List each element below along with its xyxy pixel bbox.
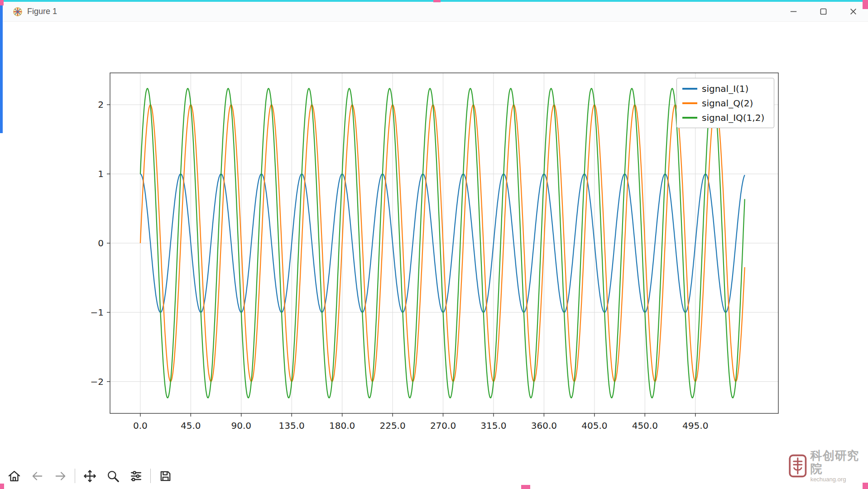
- legend-label: signal_Q(2): [702, 98, 753, 109]
- zoom-button[interactable]: [104, 467, 121, 484]
- wallpaper-edge-artifact: [433, 0, 441, 2]
- x-tick-label: 405.0: [581, 420, 607, 431]
- maximize-button[interactable]: [808, 2, 838, 21]
- y-tick-label: 2: [98, 99, 104, 110]
- x-tick-label: 495.0: [682, 420, 708, 431]
- x-tick-label: 180.0: [329, 420, 355, 431]
- matplotlib-logo-icon: [13, 7, 23, 17]
- legend-item: signal_Q(2): [682, 97, 768, 109]
- back-button[interactable]: [29, 467, 46, 484]
- configure-subplots-icon: [129, 469, 143, 483]
- y-tick-label: 1: [98, 168, 104, 179]
- matplotlib-toolbar: [5, 466, 174, 485]
- y-tick-label: −2: [91, 376, 104, 387]
- wallpaper-edge-artifact: [0, 0, 4, 5]
- titlebar[interactable]: Figure 1: [0, 2, 868, 22]
- configure-subplots-button[interactable]: [127, 467, 144, 484]
- legend-label: signal_IQ(1,2): [702, 112, 764, 123]
- legend-line-swatch-green: [682, 117, 697, 119]
- legend-item: signal_I(1): [682, 83, 768, 94]
- legend-line-swatch-orange: [682, 102, 697, 104]
- x-tick-label: 45.0: [181, 420, 201, 431]
- kechuang-watermark: 科创研究院 kechuang.org: [789, 449, 868, 483]
- x-tick-label: 315.0: [480, 420, 506, 431]
- titlebar-left: Figure 1: [0, 7, 57, 17]
- toolbar-separator: [150, 469, 151, 483]
- legend-item: signal_IQ(1,2): [682, 112, 768, 123]
- minimize-button[interactable]: [778, 2, 808, 21]
- x-tick-label: 270.0: [430, 420, 456, 431]
- plot-canvas[interactable]: 0.045.090.0135.0180.0225.0270.0315.0360.…: [0, 0, 868, 489]
- pan-button[interactable]: [81, 467, 98, 484]
- forward-button[interactable]: [52, 467, 69, 484]
- back-icon: [30, 469, 44, 483]
- wallpaper-edge-artifact: [521, 485, 530, 489]
- wallpaper-edge-artifact: [863, 483, 868, 489]
- x-tick-label: 225.0: [379, 420, 405, 431]
- wallpaper-edge-artifact: [0, 2, 3, 133]
- kechuang-seal-icon: [789, 453, 807, 479]
- watermark-latin-text: kechuang.org: [810, 476, 868, 483]
- x-tick-label: 90.0: [231, 420, 251, 431]
- legend: signal_I(1) signal_Q(2) signal_IQ(1,2): [676, 78, 774, 128]
- x-tick-label: 135.0: [279, 420, 305, 431]
- y-tick-label: −1: [91, 307, 104, 318]
- pan-icon: [83, 469, 97, 483]
- toolbar-separator: [75, 469, 75, 483]
- y-tick-label: 0: [98, 238, 104, 249]
- home-icon: [7, 469, 21, 483]
- minimize-icon: [790, 8, 797, 15]
- x-tick-label: 0.0: [133, 420, 148, 431]
- x-tick-label: 450.0: [632, 420, 658, 431]
- legend-label: signal_I(1): [702, 83, 748, 94]
- zoom-icon: [106, 469, 120, 483]
- wallpaper-edge-artifact: [0, 484, 4, 489]
- close-icon: [849, 8, 857, 15]
- maximize-icon: [820, 8, 827, 15]
- save-icon: [158, 469, 173, 483]
- home-button[interactable]: [5, 467, 23, 484]
- forward-icon: [53, 469, 67, 483]
- x-tick-label: 360.0: [531, 420, 557, 431]
- save-button[interactable]: [157, 467, 174, 484]
- window-title: Figure 1: [27, 7, 57, 16]
- watermark-text: 科创研究院 kechuang.org: [810, 449, 868, 483]
- watermark-cn-text: 科创研究院: [810, 449, 868, 475]
- legend-line-swatch-blue: [682, 88, 697, 90]
- window-controls: [778, 2, 868, 21]
- wallpaper-edge-artifact: [863, 0, 868, 9]
